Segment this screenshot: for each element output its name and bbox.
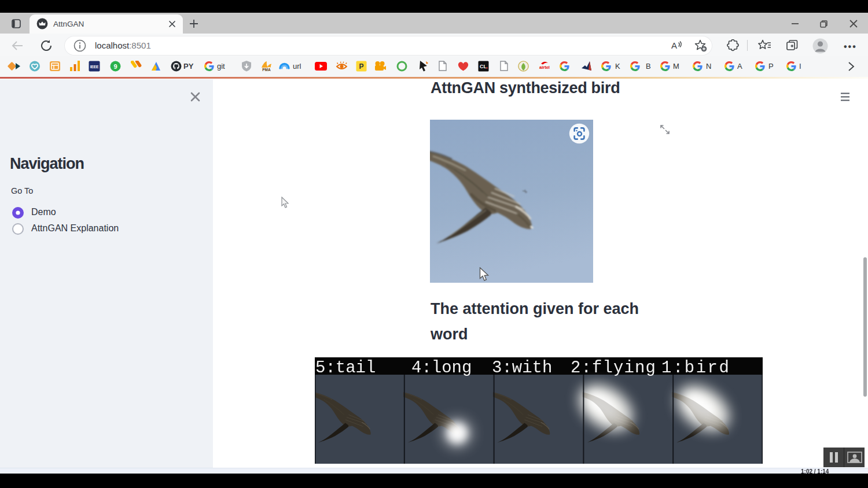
svg-text:P: P bbox=[359, 62, 363, 71]
svg-text:IEEE: IEEE bbox=[90, 65, 99, 69]
svg-text:CL: CL bbox=[480, 64, 487, 69]
svg-text:PMA: PMA bbox=[262, 68, 271, 72]
svg-text:airtel: airtel bbox=[539, 65, 550, 70]
svg-text:9: 9 bbox=[113, 63, 117, 70]
svg-text:A: A bbox=[671, 40, 677, 50]
